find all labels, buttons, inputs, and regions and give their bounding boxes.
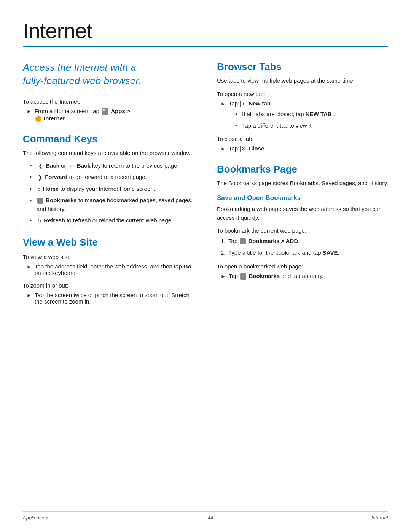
browser-tabs-intro: Use tabs to view multiple web pages at t… <box>217 77 388 85</box>
save-open-intro: Bookmarking a web page saves the web add… <box>217 205 388 222</box>
view-instruction2: ► Tap the screen twice or pinch the scre… <box>27 292 194 305</box>
tab-bullet1: If all tabs are closed, tap NEW TAB . <box>235 110 388 119</box>
save-open-bookmarks-heading: Save and Open Bookmarks <box>217 194 388 202</box>
tab-bullet2: Tap a different tab to view it. <box>235 121 388 130</box>
close-tab-instruction: ► Tap ✕ Close. <box>221 145 388 152</box>
arrow-icon: ► <box>27 109 32 114</box>
command-key-forward: ❯ Forward to go forward to a recent page… <box>30 173 194 182</box>
page: Internet Access the Internet with a full… <box>0 0 411 532</box>
x-icon: ✕ <box>240 146 246 152</box>
bookmarks-intro: The Bookmarks page stores Bookmarks, Sav… <box>217 179 388 188</box>
access-instruction: ► From a Home screen, tap Apps > Interne… <box>27 108 194 122</box>
tagline: Access the Internet with a fully-feature… <box>23 61 194 88</box>
footer: Applications 44 Internet <box>23 511 388 521</box>
access-text: From a Home screen, tap Apps > Internet. <box>35 108 130 122</box>
step1-text: Tap Bookmarks > ADD. <box>228 238 299 244</box>
refresh-icon: ↻ <box>37 217 41 225</box>
command-key-home: ⌂ Home to display your Internet Home scr… <box>30 185 194 193</box>
view-label2: To zoom in or out: <box>23 282 194 289</box>
internet-icon <box>35 116 41 122</box>
access-section: To access the Internet: ► From a Home sc… <box>23 98 194 122</box>
view-text2: Tap the screen twice or pinch the screen… <box>35 292 194 305</box>
col-left: Access the Internet with a fully-feature… <box>23 61 194 316</box>
page-title: Internet <box>23 18 388 43</box>
view-web-site-heading: View a Web Site <box>23 236 194 248</box>
view-web-site-section: View a Web Site To view a web site: ► Ta… <box>23 236 194 305</box>
close-tab-text: Tap ✕ Close. <box>229 145 266 152</box>
forward-icon: ❯ <box>37 175 43 180</box>
footer-right: Internet <box>371 515 388 521</box>
view-instruction1: ► Tap the address field, enter the web a… <box>27 263 194 276</box>
home-icon: ⌂ <box>37 185 40 193</box>
title-divider <box>23 46 388 47</box>
access-label: To access the Internet: <box>23 98 194 105</box>
bookmark-step2: 2. Type a title for the bookmark and tap… <box>221 249 388 257</box>
browser-tabs-bullets: If all tabs are closed, tap NEW TAB . Ta… <box>228 110 388 130</box>
bookmarks-icon-open <box>240 273 246 280</box>
arrow-icon-close: ► <box>221 146 226 152</box>
bookmarks-icon-step1 <box>240 238 246 244</box>
command-keys-section: Command Keys The following command keys … <box>23 133 194 225</box>
open-tab-text: Tap + New tab. <box>229 100 272 107</box>
back-arrow-icon: ↩ <box>68 163 75 169</box>
view-label1: To view a web site: <box>23 254 194 260</box>
apps-icon <box>102 108 108 115</box>
command-keys-intro: The following command keys are available… <box>23 149 194 158</box>
bookmark-steps: 1. Tap Bookmarks > ADD. 2. Type a title … <box>217 237 388 257</box>
bookmarks-icon <box>37 198 43 204</box>
col-right: Browser Tabs Use tabs to view multiple w… <box>217 61 388 316</box>
command-key-bookmarks: Bookmarks to manage bookmarked pages, sa… <box>30 196 194 213</box>
open-bookmarked-instruction: ► Tap Bookmarks and tap an entry. <box>221 273 388 280</box>
command-keys-heading: Command Keys <box>23 133 194 145</box>
close-tab-label: To close a tab: <box>217 136 388 142</box>
arrow-icon-tab: ► <box>221 101 226 107</box>
bookmarks-page-heading: Bookmarks Page <box>217 163 388 175</box>
two-column-layout: Access the Internet with a fully-feature… <box>23 61 388 316</box>
back-chevron-icon: ❮ <box>37 163 43 169</box>
arrow-icon-bookmarks: ► <box>221 273 226 279</box>
open-tab-label: To open a new tab: <box>217 91 388 97</box>
open-bookmarked-label: To open a bookmarked web page: <box>217 263 388 270</box>
footer-left: Applications <box>23 515 49 521</box>
open-bookmarked-text: Tap Bookmarks and tap an entry. <box>229 273 324 280</box>
arrow-icon-view2: ► <box>27 292 32 298</box>
bookmarks-page-section: Bookmarks Page The Bookmarks page stores… <box>217 163 388 280</box>
open-tab-instruction: ► Tap + New tab. <box>221 100 388 107</box>
browser-tabs-section: Browser Tabs Use tabs to view multiple w… <box>217 61 388 152</box>
step2-text: Type a title for the bookmark and tap SA… <box>228 249 339 256</box>
command-key-refresh: ↻ Refresh to refresh or reload the curre… <box>30 216 194 225</box>
plus-icon: + <box>240 101 246 107</box>
arrow-icon-view1: ► <box>27 264 32 270</box>
footer-page-number: 44 <box>208 515 213 521</box>
bookmark-current-label: To bookmark the current web page: <box>217 227 388 234</box>
command-keys-list: ❮ Back or ↩ Back key to return to the pr… <box>23 161 194 225</box>
command-key-back: ❮ Back or ↩ Back key to return to the pr… <box>30 161 194 170</box>
view-text1: Tap the address field, enter the web add… <box>35 263 194 276</box>
bookmark-step1: 1. Tap Bookmarks > ADD. <box>221 237 388 246</box>
browser-tabs-heading: Browser Tabs <box>217 61 388 73</box>
